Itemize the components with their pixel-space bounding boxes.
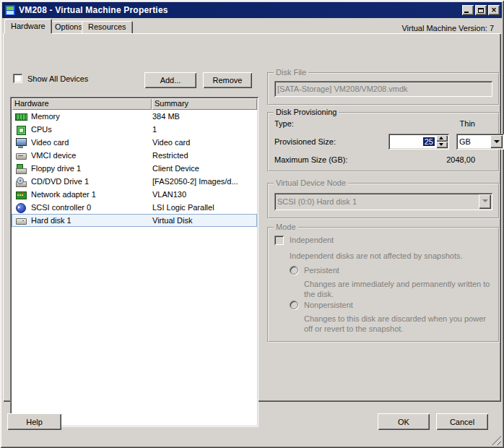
- maximize-icon: [478, 8, 484, 13]
- size-unit-dropdown[interactable]: GB: [456, 134, 504, 150]
- disk-provisioning-group: Disk Provisioning Type: Thin Provisioned…: [267, 112, 500, 172]
- disk-provisioning-group-label: Disk Provisioning: [274, 108, 339, 116]
- spin-down-button[interactable]: [436, 142, 448, 148]
- device-row-cd-dvd-drive[interactable]: CD/DVD Drive 1 [FAS2050-2] Images/d...: [12, 175, 257, 188]
- device-row-scsi-controller[interactable]: SCSI controller 0 LSI Logic Parallel: [12, 201, 257, 214]
- device-summary: 1: [152, 125, 255, 134]
- independent-description: Independent disks are not affected by sn…: [290, 251, 491, 261]
- column-header-summary[interactable]: Summary: [152, 98, 257, 110]
- device-rows: Memory 384 MB CPUs 1 Video card Video ca…: [12, 110, 257, 227]
- device-name: Floppy drive 1: [31, 164, 152, 173]
- hardware-tab-page: Show All Devices Add... Remove Hardware …: [3, 33, 501, 402]
- column-header-hardware[interactable]: Hardware: [12, 98, 152, 110]
- device-name: SCSI controller 0: [31, 203, 152, 212]
- chevron-up-icon: [439, 137, 443, 139]
- virtual-device-node-dropdown: SCSI (0:0) Hard disk 1: [274, 193, 492, 210]
- memory-icon: [15, 112, 26, 121]
- minimize-icon: [464, 12, 469, 13]
- vmware-app-icon: [4, 4, 16, 16]
- chevron-down-icon: [494, 140, 500, 143]
- provisioned-size-label: Provisioned Size:: [274, 137, 336, 146]
- dropdown-arrow-button[interactable]: [490, 135, 503, 148]
- help-button[interactable]: Help: [7, 413, 61, 430]
- independent-checkbox: Independent: [274, 236, 334, 245]
- maximize-button[interactable]: [475, 5, 487, 15]
- device-summary: Virtual Disk: [152, 216, 255, 225]
- device-list-header: Hardware Summary: [12, 98, 257, 110]
- device-name: CPUs: [31, 125, 152, 134]
- ok-button[interactable]: OK: [378, 413, 430, 430]
- persistent-radio: Persistent: [290, 266, 339, 275]
- vm-properties-dialog: VM208 - Virtual Machine Properties × Har…: [0, 0, 504, 448]
- cpu-icon: [15, 125, 26, 134]
- device-row-vmci-device[interactable]: VMCI device Restricted: [12, 149, 257, 162]
- remove-device-button[interactable]: Remove: [203, 72, 252, 88]
- vmci-device-icon: [15, 151, 26, 160]
- device-name: CD/DVD Drive 1: [31, 177, 152, 186]
- show-all-devices-label: Show All Devices: [27, 74, 88, 83]
- hard-disk-icon: [15, 216, 26, 225]
- disk-file-group-label: Disk File: [274, 68, 308, 77]
- video-card-icon: [15, 138, 26, 147]
- chevron-down-icon: [439, 143, 443, 146]
- device-name: Video card: [31, 138, 152, 147]
- tab-strip: Hardware Options Resources Virtual Machi…: [3, 19, 501, 33]
- resize-grip[interactable]: [492, 436, 501, 445]
- device-summary: VLAN130: [152, 190, 255, 199]
- device-row-video-card[interactable]: Video card Video card: [12, 136, 257, 149]
- show-all-devices-checkbox[interactable]: Show All Devices: [13, 74, 88, 83]
- mode-group-label: Mode: [274, 223, 298, 231]
- device-summary: 384 MB: [152, 112, 255, 121]
- device-summary: Video card: [152, 138, 255, 147]
- tab-hardware[interactable]: Hardware: [4, 19, 52, 33]
- checkbox-box-icon: [274, 236, 284, 245]
- device-name: Hard disk 1: [31, 216, 152, 225]
- device-name: Network adapter 1: [31, 190, 152, 199]
- device-row-hard-disk-selected[interactable]: Hard disk 1 Virtual Disk: [12, 214, 257, 227]
- persistent-description: Changes are immediately and permanently …: [304, 279, 492, 299]
- provisioned-size-value[interactable]: 25: [423, 137, 435, 146]
- size-unit-value: GB: [456, 134, 489, 150]
- cancel-button[interactable]: Cancel: [436, 413, 488, 430]
- close-button[interactable]: ×: [488, 5, 500, 15]
- network-adapter-icon: [15, 190, 26, 199]
- vm-version-label: Virtual Machine Version: 7: [401, 24, 494, 33]
- radio-circle-icon: [290, 266, 298, 275]
- disk-file-group: Disk File [SATA-Storage] VM208/VM208.vmd…: [267, 72, 500, 105]
- dropdown-arrow-button-disabled: [479, 194, 491, 209]
- device-summary: [FAS2050-2] Images/d...: [152, 177, 255, 186]
- device-row-cpus[interactable]: CPUs 1: [12, 123, 257, 136]
- hardware-device-list[interactable]: Hardware Summary Memory 384 MB CPUs 1 Vi…: [10, 97, 258, 427]
- virtual-device-node-group-label: Virtual Device Node: [274, 178, 348, 187]
- scsi-controller-icon: [15, 203, 26, 212]
- checkbox-box-icon[interactable]: [13, 74, 22, 83]
- type-label: Type:: [274, 119, 294, 128]
- tab-resources[interactable]: Resources: [82, 21, 133, 33]
- minimize-button[interactable]: [462, 5, 474, 15]
- device-name: Memory: [31, 112, 152, 121]
- close-icon: ×: [491, 7, 497, 14]
- device-row-floppy-drive[interactable]: Floppy drive 1 Client Device: [12, 162, 257, 175]
- cd-dvd-drive-icon: [15, 177, 26, 186]
- maximum-size-value: 2048,00: [446, 155, 475, 164]
- nonpersistent-description: Changes to this disk are discarded when …: [304, 314, 492, 334]
- disk-file-path-field: [SATA-Storage] VM208/VM208.vmdk: [274, 81, 492, 97]
- floppy-drive-icon: [15, 164, 26, 173]
- virtual-device-node-group: Virtual Device Node SCSI (0:0) Hard disk…: [267, 183, 500, 219]
- device-name: VMCI device: [31, 151, 152, 160]
- type-value: Thin: [460, 119, 475, 128]
- window-title: VM208 - Virtual Machine Properties: [19, 5, 462, 15]
- provisioned-size-input[interactable]: 25: [388, 134, 449, 150]
- device-summary: Client Device: [152, 164, 255, 173]
- radio-circle-icon: [290, 301, 298, 309]
- mode-group: Mode Independent Independent disks are n…: [267, 227, 500, 343]
- add-device-button[interactable]: Add...: [144, 72, 196, 88]
- maximum-size-label: Maximum Size (GB):: [274, 155, 347, 164]
- device-row-memory[interactable]: Memory 384 MB: [12, 110, 257, 123]
- title-bar[interactable]: VM208 - Virtual Machine Properties ×: [2, 2, 502, 18]
- device-row-network-adapter[interactable]: Network adapter 1 VLAN130: [12, 188, 257, 201]
- spin-up-button[interactable]: [436, 135, 448, 142]
- device-summary: Restricted: [152, 151, 255, 160]
- persistent-label: Persistent: [304, 266, 339, 275]
- independent-label: Independent: [290, 236, 334, 244]
